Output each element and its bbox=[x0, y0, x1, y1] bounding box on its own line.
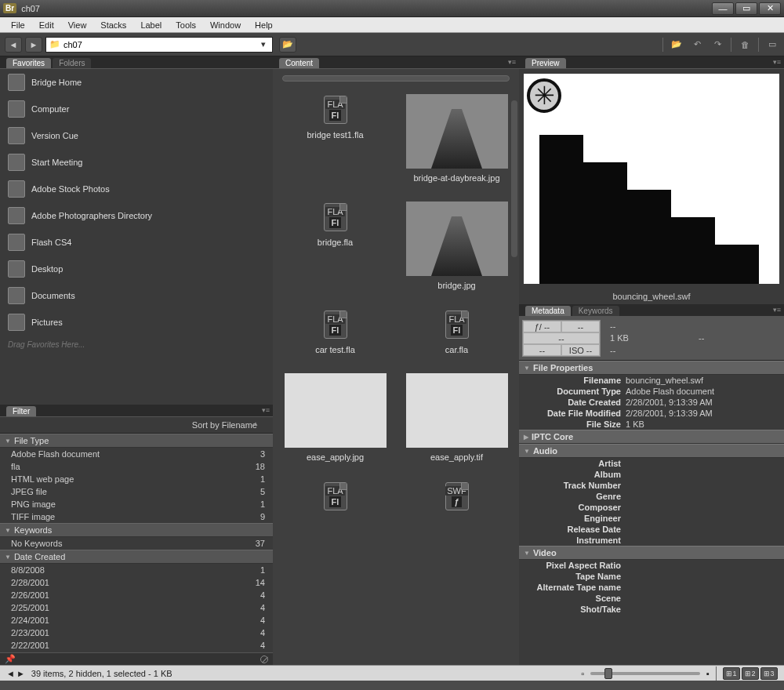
favorites-item[interactable]: Computer bbox=[0, 96, 273, 122]
thumbnail-item[interactable]: FLAFlbridge test1.fla bbox=[276, 88, 394, 189]
clear-filter-icon[interactable] bbox=[260, 656, 268, 663]
metadata-section-iptc[interactable]: IPTC Core bbox=[519, 430, 784, 444]
filter-row[interactable]: TIFF image9 bbox=[0, 510, 273, 523]
tab-metadata[interactable]: Metadata bbox=[525, 306, 571, 316]
menu-stacks[interactable]: Stacks bbox=[94, 19, 132, 31]
thumbnail-item[interactable]: bridge.jpg bbox=[397, 195, 516, 296]
favorites-item[interactable]: Flash CS4 bbox=[0, 229, 273, 256]
tab-content[interactable]: Content bbox=[279, 58, 319, 68]
pin-icon[interactable]: 📌 bbox=[5, 654, 16, 664]
rotate-ccw-button[interactable]: ↶ bbox=[690, 38, 704, 52]
compact-mode-button[interactable]: ▭ bbox=[765, 38, 779, 52]
rotate-cw-button[interactable]: ↷ bbox=[710, 38, 724, 52]
favorites-item[interactable]: Version Cue bbox=[0, 122, 273, 149]
menu-file[interactable]: File bbox=[5, 19, 31, 31]
status-prev-icon[interactable]: ◄ bbox=[6, 669, 15, 678]
filter-row[interactable]: JPEG file5 bbox=[0, 485, 273, 498]
metadata-value[interactable] bbox=[626, 481, 784, 490]
menu-edit[interactable]: Edit bbox=[33, 19, 60, 31]
thumbnail-item[interactable]: FLAFlcar test.fla bbox=[276, 303, 394, 361]
favorites-item[interactable]: Adobe Stock Photos bbox=[0, 176, 273, 202]
maximize-button[interactable]: ▭ bbox=[735, 2, 757, 15]
metadata-value[interactable] bbox=[626, 605, 784, 614]
filter-row-label: Adobe Flash document bbox=[11, 449, 100, 459]
favorites-item[interactable]: Documents bbox=[0, 282, 273, 309]
filter-group-header[interactable]: File Type bbox=[0, 434, 273, 448]
panel-options-icon[interactable]: ▾≡ bbox=[262, 406, 270, 414]
thumbnail-item[interactable]: ease_apply.jpg bbox=[276, 367, 394, 468]
metadata-section-audio[interactable]: Audio bbox=[519, 444, 784, 458]
favorites-item[interactable]: Bridge Home bbox=[0, 69, 273, 96]
filter-row[interactable]: 2/23/20014 bbox=[0, 626, 273, 639]
filter-row[interactable]: Adobe Flash document3 bbox=[0, 448, 273, 460]
filter-row[interactable]: 2/28/200114 bbox=[0, 576, 273, 589]
metadata-value[interactable] bbox=[626, 525, 784, 534]
menu-label[interactable]: Label bbox=[134, 19, 168, 31]
filter-row[interactable]: 2/26/20014 bbox=[0, 589, 273, 601]
view-mode-2-button[interactable]: ⊞2 bbox=[742, 667, 759, 680]
metadata-value[interactable] bbox=[626, 470, 784, 479]
scrollbar[interactable] bbox=[511, 100, 517, 257]
filter-row[interactable]: 8/8/20081 bbox=[0, 564, 273, 576]
nav-back-button[interactable]: ◄ bbox=[5, 37, 22, 53]
nav-forward-button[interactable]: ► bbox=[25, 37, 42, 53]
minimize-button[interactable]: — bbox=[712, 2, 734, 15]
filter-sort[interactable]: Sort by Filename bbox=[0, 417, 273, 434]
thumbnail-item[interactable]: ease_apply.tif bbox=[397, 367, 516, 468]
metadata-section-video[interactable]: Video bbox=[519, 546, 784, 560]
metadata-value[interactable] bbox=[626, 459, 784, 468]
thumb-size-large-icon[interactable]: ▪ bbox=[706, 669, 710, 678]
view-mode-3-button[interactable]: ⊞3 bbox=[760, 667, 778, 680]
path-box[interactable]: 📁 ▾ bbox=[45, 37, 273, 53]
menu-window[interactable]: Window bbox=[204, 19, 247, 31]
folder-up-button[interactable]: 📂 bbox=[279, 37, 296, 53]
thumbnail-item[interactable]: SWFƒ bbox=[397, 474, 516, 518]
metadata-value[interactable] bbox=[626, 594, 784, 603]
metadata-value[interactable] bbox=[626, 561, 784, 570]
tab-keywords[interactable]: Keywords bbox=[572, 306, 619, 316]
metadata-value[interactable] bbox=[626, 583, 784, 592]
filter-row[interactable]: 2/22/20014 bbox=[0, 639, 273, 652]
metadata-value[interactable] bbox=[626, 514, 784, 523]
filter-group-header[interactable]: Keywords bbox=[0, 523, 273, 537]
thumbnail-size-slider[interactable] bbox=[590, 672, 700, 675]
favorites-item[interactable]: Pictures bbox=[0, 309, 273, 336]
favorites-item[interactable]: Adobe Photographers Directory bbox=[0, 202, 273, 229]
menu-help[interactable]: Help bbox=[249, 19, 279, 31]
metadata-section-file-properties[interactable]: File Properties bbox=[519, 361, 784, 375]
filter-row[interactable]: fla18 bbox=[0, 460, 273, 473]
favorites-item[interactable]: Start Meeting bbox=[0, 149, 273, 176]
path-dropdown-icon[interactable]: ▾ bbox=[258, 39, 269, 49]
path-input[interactable] bbox=[64, 40, 255, 49]
close-button[interactable]: ✕ bbox=[759, 2, 781, 15]
filter-group-header[interactable]: Date Created bbox=[0, 550, 273, 564]
status-next-icon[interactable]: ► bbox=[16, 669, 25, 678]
trash-button[interactable]: 🗑 bbox=[738, 38, 752, 52]
thumb-size-small-icon[interactable]: ▫ bbox=[581, 669, 584, 678]
view-mode-1-button[interactable]: ⊞1 bbox=[723, 667, 740, 680]
tab-filter[interactable]: Filter bbox=[6, 406, 36, 416]
favorites-item[interactable]: Desktop bbox=[0, 256, 273, 282]
filter-row[interactable]: 2/25/20014 bbox=[0, 601, 273, 614]
thumbnail-item[interactable]: FLAFl bbox=[276, 474, 394, 518]
open-button[interactable]: 📂 bbox=[670, 38, 684, 52]
metadata-value[interactable] bbox=[626, 572, 784, 581]
filter-row[interactable]: HTML web page1 bbox=[0, 473, 273, 485]
thumbnail-item[interactable]: FLAFlcar.fla bbox=[397, 303, 516, 361]
menu-view[interactable]: View bbox=[62, 19, 93, 31]
panel-options-icon[interactable]: ▾≡ bbox=[773, 58, 781, 66]
thumbnail-item[interactable]: bridge-at-daybreak.jpg bbox=[397, 88, 516, 189]
filter-row[interactable]: PNG image1 bbox=[0, 498, 273, 510]
tab-folders[interactable]: Folders bbox=[53, 58, 91, 68]
tab-favorites[interactable]: Favorites bbox=[6, 58, 51, 68]
thumbnail-item[interactable]: FLAFlbridge.fla bbox=[276, 195, 394, 296]
panel-options-icon[interactable]: ▾≡ bbox=[773, 306, 781, 314]
menu-tools[interactable]: Tools bbox=[169, 19, 202, 31]
metadata-value[interactable] bbox=[626, 503, 784, 512]
filter-row[interactable]: No Keywords37 bbox=[0, 537, 273, 550]
panel-options-icon[interactable]: ▾≡ bbox=[508, 58, 516, 66]
filter-row[interactable]: 2/24/20014 bbox=[0, 614, 273, 626]
metadata-value[interactable] bbox=[626, 492, 784, 501]
metadata-value[interactable] bbox=[626, 536, 784, 545]
tab-preview[interactable]: Preview bbox=[525, 58, 566, 68]
